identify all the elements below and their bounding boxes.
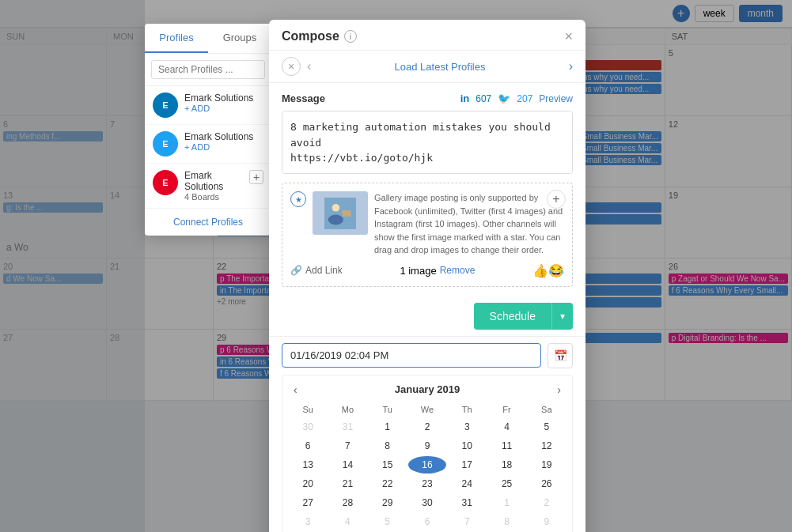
- calendar-day[interactable]: 30: [408, 494, 446, 511]
- message-textarea[interactable]: 8 marketing automation mistakes you shou…: [282, 111, 573, 174]
- svg-point-2: [328, 214, 343, 224]
- calendar-day[interactable]: 9: [408, 437, 446, 455]
- compose-header: Compose i ×: [269, 20, 585, 51]
- calendar-day[interactable]: 25: [487, 475, 525, 492]
- reaction-emoji[interactable]: 👍😂: [532, 263, 564, 278]
- calendar-prev-button[interactable]: ‹: [289, 382, 302, 398]
- image-row: ★ Gallery image posting is only supporte…: [290, 191, 564, 257]
- message-header: Message in 607 🐦 207 Preview: [282, 92, 573, 104]
- compose-nav-prev-button[interactable]: ‹: [307, 59, 311, 74]
- calendar-day[interactable]: 22: [369, 475, 407, 492]
- profile-add-button[interactable]: +: [249, 170, 263, 184]
- calendar-day[interactable]: 19: [528, 456, 566, 474]
- calendar-next-button[interactable]: ›: [552, 382, 566, 398]
- calendar-day[interactable]: 8: [487, 513, 525, 530]
- preview-link[interactable]: Preview: [539, 93, 573, 104]
- schedule-row: Schedule ▾: [269, 296, 585, 336]
- calendar-day[interactable]: 7: [448, 513, 486, 530]
- image-star-button[interactable]: ★: [290, 191, 306, 207]
- calendar-day[interactable]: 2: [408, 418, 446, 436]
- compose-close-button[interactable]: ×: [564, 29, 573, 43]
- profile-avatar-1: E: [153, 92, 178, 118]
- profile-boards: 4 Boards: [184, 192, 243, 202]
- profile-name-3: Emark Solutions: [184, 170, 243, 192]
- calendar-day[interactable]: 11: [487, 437, 525, 455]
- profiles-search-container: [145, 54, 271, 86]
- calendar-day[interactable]: 21: [328, 475, 366, 492]
- calendar-day[interactable]: 31: [328, 418, 366, 436]
- schedule-dropdown-button[interactable]: ▾: [551, 303, 573, 330]
- calendar-day[interactable]: 17: [448, 456, 486, 474]
- avatar-letter-2: E: [162, 139, 168, 149]
- profile-add-1[interactable]: + ADD: [184, 104, 263, 113]
- profile-name-1: Emark Solutions: [184, 92, 263, 104]
- calendar-day[interactable]: 5: [369, 513, 407, 530]
- connect-profiles-link[interactable]: Connect Profiles: [145, 209, 271, 236]
- profile-item-3: E Emark Solutions 4 Boards +: [145, 164, 271, 209]
- profile-name-2: Emark Solutions: [184, 131, 263, 142]
- calendar-day[interactable]: 15: [369, 456, 407, 474]
- profile-info-2: Emark Solutions + ADD: [184, 131, 263, 152]
- calendar-day[interactable]: 3: [448, 418, 486, 436]
- compose-modal: Compose i × × ‹ Load Latest Profiles › M…: [269, 20, 585, 532]
- profile-info-3: Emark Solutions 4 Boards: [184, 170, 243, 202]
- message-label: Message: [282, 92, 325, 104]
- calendar-day[interactable]: 1: [369, 418, 407, 436]
- profile-add-2[interactable]: + ADD: [184, 142, 263, 152]
- profiles-tab[interactable]: Profiles: [145, 24, 208, 53]
- calendar-picker-header: ‹ January 2019 ›: [289, 382, 566, 398]
- calendar-day[interactable]: 7: [328, 437, 366, 455]
- add-link-label: Add Link: [305, 265, 343, 276]
- compose-nav-x-button[interactable]: ×: [282, 57, 301, 76]
- calendar-day[interactable]: 2: [528, 494, 566, 511]
- calendar-day[interactable]: 1: [487, 494, 525, 511]
- calendar-picker: ‹ January 2019 › SuMoTuWeThFrSa303112345…: [282, 375, 573, 533]
- calendar-day[interactable]: 29: [369, 494, 407, 511]
- remove-image-button[interactable]: Remove: [440, 265, 476, 276]
- calendar-day[interactable]: 26: [528, 475, 566, 492]
- linkedin-count: 607: [476, 93, 491, 104]
- calendar-day[interactable]: 24: [448, 475, 486, 492]
- calendar-day[interactable]: 30: [289, 418, 327, 436]
- calendar-day[interactable]: 31: [448, 494, 486, 511]
- datetime-input[interactable]: [282, 343, 541, 368]
- calendar-day[interactable]: 20: [289, 475, 327, 492]
- calendar-day[interactable]: 27: [289, 494, 327, 511]
- compose-nav-next-button[interactable]: ›: [569, 59, 573, 74]
- image-add-button[interactable]: +: [547, 190, 566, 209]
- profiles-tabs: Profiles Groups: [145, 24, 271, 54]
- calendar-month-label: January 2019: [395, 383, 460, 395]
- add-link-button[interactable]: 🔗 Add Link: [290, 265, 343, 276]
- calendar-day[interactable]: 3: [289, 513, 327, 530]
- load-latest-profiles-button[interactable]: Load Latest Profiles: [317, 61, 562, 73]
- compose-title-text: Compose: [282, 29, 339, 43]
- calendar-day[interactable]: 16: [408, 456, 446, 474]
- datetime-input-row: 📅: [282, 343, 573, 368]
- calendar-day[interactable]: 6: [289, 437, 327, 455]
- calendar-day[interactable]: 6: [408, 513, 446, 530]
- calendar-day[interactable]: 13: [289, 456, 327, 474]
- calendar-day[interactable]: 10: [448, 437, 486, 455]
- calendar-day[interactable]: 18: [487, 456, 525, 474]
- profiles-search-input[interactable]: [151, 60, 265, 79]
- svg-point-1: [332, 204, 340, 212]
- groups-tab[interactable]: Groups: [208, 24, 271, 53]
- calendar-day[interactable]: 12: [528, 437, 566, 455]
- image-section: ★ Gallery image posting is only supporte…: [282, 183, 573, 287]
- calendar-day[interactable]: 14: [328, 456, 366, 474]
- calendar-day[interactable]: 4: [487, 418, 525, 436]
- calendar-day[interactable]: 23: [408, 475, 446, 492]
- calendar-day[interactable]: 8: [369, 437, 407, 455]
- calendar-day[interactable]: 5: [528, 418, 566, 436]
- schedule-button[interactable]: Schedule: [474, 303, 551, 330]
- compose-info-icon[interactable]: i: [344, 30, 357, 43]
- calendar-day[interactable]: 4: [328, 513, 366, 530]
- profile-info-1: Emark Solutions + ADD: [184, 92, 263, 113]
- profile-item-1: E Emark Solutions + ADD: [145, 86, 271, 125]
- calendar-day[interactable]: 9: [528, 513, 566, 530]
- svg-rect-0: [324, 198, 356, 229]
- calendar-day[interactable]: 28: [328, 494, 366, 511]
- link-icon: 🔗: [290, 265, 302, 276]
- calendar-icon-button[interactable]: 📅: [548, 343, 573, 368]
- image-description: Gallery image posting is only supported …: [374, 191, 564, 257]
